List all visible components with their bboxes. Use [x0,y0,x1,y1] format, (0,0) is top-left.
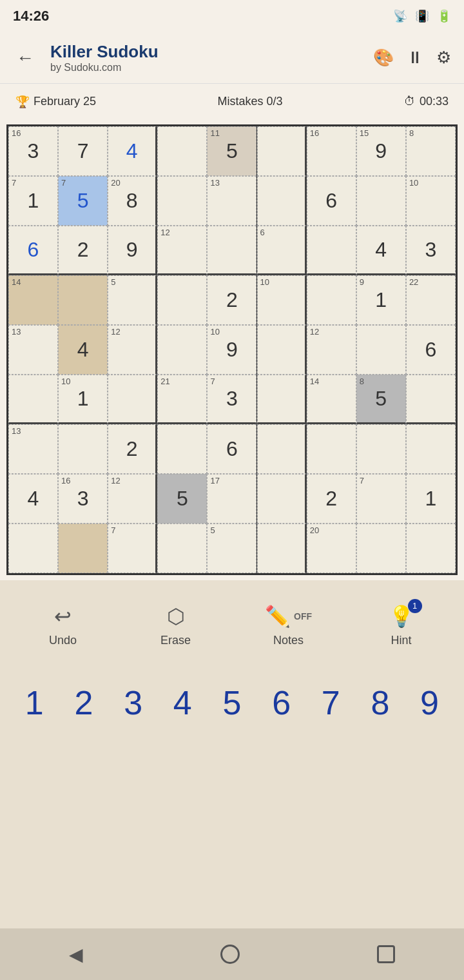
cell-r8-c4[interactable]: 5 [157,474,207,524]
cell-r6-c2[interactable]: 101 [58,375,108,424]
cell-r8-c5[interactable]: 17 [207,474,256,524]
cell-r6-c4[interactable]: 21 [157,375,207,424]
cell-r2-c5[interactable]: 13 [207,176,256,226]
cell-r9-c2[interactable] [58,524,108,573]
num-2[interactable]: 2 [63,683,104,722]
cell-r6-c7[interactable]: 14 [307,375,356,424]
cell-r1-c9[interactable]: 8 [406,126,456,176]
cell-r7-c2[interactable] [58,424,108,474]
num-6[interactable]: 6 [260,683,302,722]
cell-r9-c3[interactable]: 7 [108,524,157,573]
cell-r9-c4[interactable] [157,524,207,573]
cell-r1-c8[interactable]: 159 [356,126,406,176]
cell-r1-c7[interactable]: 16 [307,126,356,176]
cell-r2-c9[interactable]: 10 [406,176,456,226]
cell-r7-c1[interactable]: 13 [8,424,58,474]
cell-r6-c9[interactable] [406,375,456,424]
erase-button[interactable]: ⬡ Erase [144,604,208,647]
cell-r8-c9[interactable]: 1 [406,474,456,524]
cell-r5-c3[interactable]: 12 [108,325,157,375]
cell-r4-c6[interactable]: 10 [257,275,307,325]
cell-r4-c5[interactable]: 2 [207,275,256,325]
cell-r9-c8[interactable] [356,524,406,573]
cell-r5-c6[interactable] [257,325,307,375]
cell-r2-c4[interactable] [157,176,207,226]
back-button[interactable]: ← [13,44,37,72]
cell-r7-c6[interactable] [257,424,307,474]
undo-button[interactable]: ↩ Undo [31,604,95,647]
cell-r1-c3[interactable]: 4 [108,126,157,176]
cell-r7-c5[interactable]: 6 [207,424,256,474]
cell-r3-c6[interactable]: 6 [257,226,307,275]
num-9[interactable]: 9 [409,683,450,722]
num-7[interactable]: 7 [310,683,352,722]
cell-r9-c5[interactable]: 5 [207,524,256,573]
cell-r7-c4[interactable] [157,424,207,474]
cell-r8-c7[interactable]: 2 [307,474,356,524]
num-1[interactable]: 1 [14,683,55,722]
cell-r2-c8[interactable] [356,176,406,226]
cell-r3-c3[interactable]: 9 [108,226,157,275]
cell-r4-c3[interactable]: 5 [108,275,157,325]
cell-r3-c4[interactable]: 12 [157,226,207,275]
cell-r8-c6[interactable] [257,474,307,524]
cell-r3-c7[interactable] [307,226,356,275]
cell-r2-c2[interactable]: 75 [58,176,108,226]
cell-r5-c7[interactable]: 12 [307,325,356,375]
num-3[interactable]: 3 [112,683,154,722]
back-nav-button[interactable]: ◀ [69,944,83,965]
cell-r3-c9[interactable]: 3 [406,226,456,275]
cell-r9-c1[interactable] [8,524,58,573]
cell-r5-c1[interactable]: 13 [8,325,58,375]
cell-r9-c9[interactable] [406,524,456,573]
cell-r5-c5[interactable]: 109 [207,325,256,375]
cell-r7-c3[interactable]: 2 [108,424,157,474]
cell-r4-c2[interactable] [58,275,108,325]
cell-r3-c1[interactable]: 6 [8,226,58,275]
palette-button[interactable]: 🎨 [373,48,394,68]
cell-r7-c9[interactable] [406,424,456,474]
cell-r1-c5[interactable]: 115 [207,126,256,176]
cell-r4-c8[interactable]: 91 [356,275,406,325]
cell-r4-c1[interactable]: 14 [8,275,58,325]
cell-r6-c8[interactable]: 85 [356,375,406,424]
cell-r7-c8[interactable] [356,424,406,474]
recents-nav-button[interactable] [377,945,395,963]
cell-r5-c9[interactable]: 6 [406,325,456,375]
cell-r9-c6[interactable] [257,524,307,573]
cell-r6-c1[interactable] [8,375,58,424]
num-5[interactable]: 5 [211,683,253,722]
cell-r5-c4[interactable] [157,325,207,375]
cell-r4-c7[interactable] [307,275,356,325]
cell-r6-c3[interactable] [108,375,157,424]
cell-r2-c3[interactable]: 208 [108,176,157,226]
cell-r9-c7[interactable]: 20 [307,524,356,573]
cell-r5-c8[interactable] [356,325,406,375]
cell-r8-c8[interactable]: 7 [356,474,406,524]
cell-r3-c5[interactable] [207,226,256,275]
cell-r2-c7[interactable]: 6 [307,176,356,226]
hint-button[interactable]: 💡 1 Hint [369,604,434,647]
settings-button[interactable]: ⚙ [436,48,451,68]
cell-r1-c6[interactable] [257,126,307,176]
notes-button[interactable]: ✏️ OFF Notes [256,604,321,647]
cell-r5-c2[interactable]: 4 [58,325,108,375]
cell-r1-c4[interactable] [157,126,207,176]
home-nav-button[interactable] [220,945,240,964]
cell-r3-c8[interactable]: 4 [356,226,406,275]
cell-r8-c3[interactable]: 12 [108,474,157,524]
num-8[interactable]: 8 [359,683,401,722]
cell-r2-c6[interactable] [257,176,307,226]
cell-r2-c1[interactable]: 71 [8,176,58,226]
num-4[interactable]: 4 [162,683,204,722]
cell-r7-c7[interactable] [307,424,356,474]
cell-r1-c1[interactable]: 163 [8,126,58,176]
cell-r3-c2[interactable]: 2 [58,226,108,275]
cell-r8-c1[interactable]: 4 [8,474,58,524]
cell-r6-c6[interactable] [257,375,307,424]
cell-r8-c2[interactable]: 163 [58,474,108,524]
pause-button[interactable]: ⏸ [407,48,423,68]
cell-r4-c9[interactable]: 22 [406,275,456,325]
cell-r1-c2[interactable]: 7 [58,126,108,176]
cell-r4-c4[interactable] [157,275,207,325]
